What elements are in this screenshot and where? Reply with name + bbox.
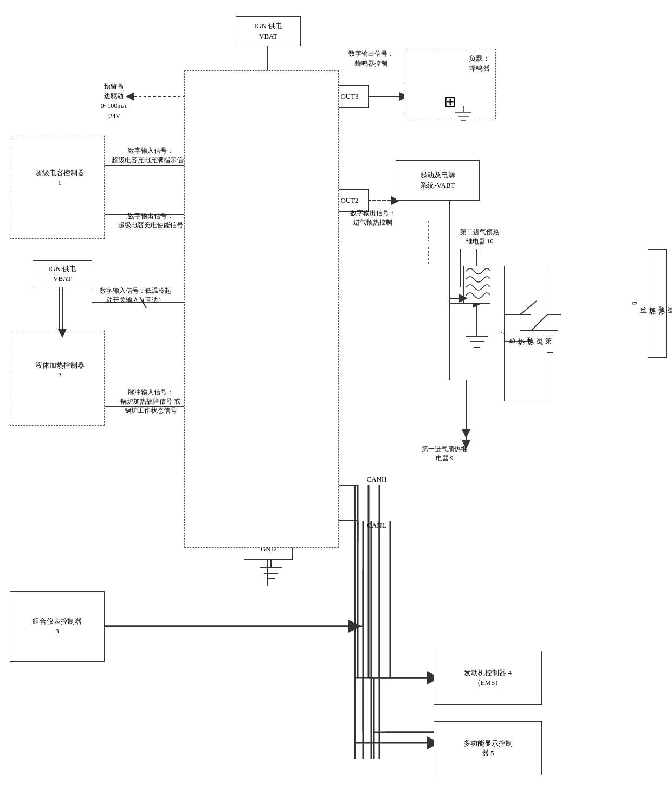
- relay1-label: 第一进气预热继 电器 9: [406, 445, 482, 463]
- super-cap-out-label: 数字输出信号： 超级电容充电使能信号: [103, 211, 198, 230]
- cluster-box: 组合仪表控制器 3: [10, 591, 105, 662]
- intake-preheat-label: 数字输出信号： 进气预热控制: [333, 209, 412, 227]
- buzzer-label: 负载： 蜂鸣器: [469, 54, 490, 73]
- multifunction-box: 多功能显示控制 器 5: [434, 721, 542, 775]
- buzzer-ctrl-label: 数字输出信号： 蜂鸣器控制: [336, 49, 406, 68]
- svg-line-40: [531, 315, 547, 331]
- gnd-symbol: [255, 560, 287, 587]
- main-controller-area: [184, 70, 339, 548]
- super-cap-in-label: 数字输入信号： 超级电容充电充满指示信号: [103, 146, 198, 165]
- canh-right-label: CANH: [360, 474, 393, 484]
- ign-left-box: IGN 供电 VBAT: [33, 260, 92, 287]
- engine-ctrl-box: 发动机控制器 4 （EMS）: [434, 651, 542, 705]
- ign-top-box: IGN 供电 VBAT: [236, 16, 301, 46]
- start-power-box: 起动及电源 系统-VABT: [396, 160, 480, 201]
- buzzer-load-box: 负载： 蜂鸣器 ⊞: [404, 49, 496, 119]
- canl-right-label: CANL: [360, 521, 393, 530]
- relay-switch-svg: [520, 304, 564, 336]
- super-cap-label: 超级电容控制器 1: [22, 168, 98, 188]
- reserve-high-label: 预留高 边驱动 0~100mA ;24V: [84, 81, 144, 121]
- liquid-heat-label: 液体加热控制器 2: [22, 361, 98, 380]
- pulse-in-label: 脉冲输入信号： 锅炉加热故障信号 或 锅炉工作状态信号: [103, 388, 198, 415]
- relay-coil-svg: [463, 266, 490, 304]
- relay2-label: 第二进气预热 继电器 10: [444, 228, 515, 246]
- diagram-container: IGN 供电 VBAT VCC OUT:R1 OUT3 负载： 蜂鸣器 ⊞ 数字…: [0, 0, 672, 789]
- heat-wire2-label: 第二 进气 预热 加热 丝 8: [630, 302, 673, 306]
- buzzer-gnd-symbol: [453, 106, 474, 127]
- heat-wire2-box: 第二 进气 预热 加热 丝 8: [648, 249, 667, 358]
- cold-start-label: 数字输入信号：低温冷起 动开关输入（高边）: [81, 286, 190, 305]
